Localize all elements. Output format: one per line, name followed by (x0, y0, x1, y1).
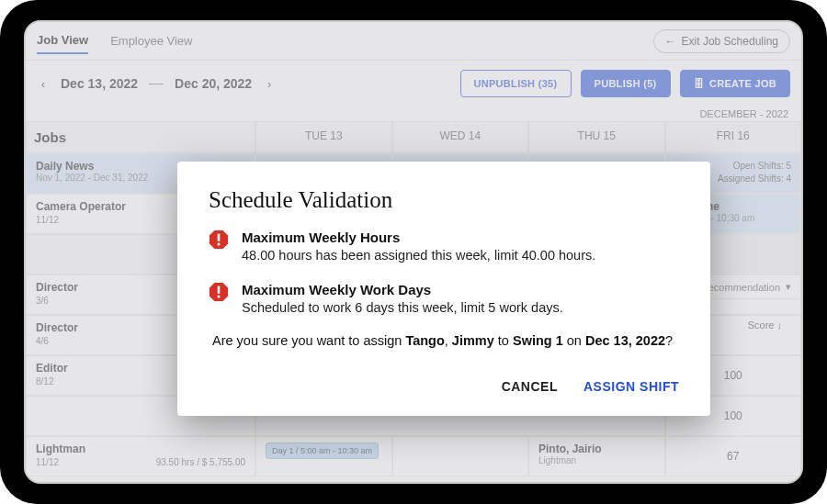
t: , (445, 333, 452, 348)
t: to (494, 333, 513, 348)
validation-body: Scheduled to work 6 days this week, limi… (242, 299, 563, 318)
stop-icon (209, 230, 229, 265)
svg-rect-5 (218, 295, 221, 297)
schedule-validation-modal: Schedule Validation Maximum Weekly Hours… (177, 162, 710, 416)
t: Are you sure you want to assign (212, 333, 405, 348)
validation-title: Maximum Weekly Hours (242, 230, 595, 245)
t: Jimmy (452, 333, 494, 348)
svg-rect-4 (218, 286, 221, 293)
stop-icon (209, 282, 229, 318)
svg-rect-2 (218, 243, 221, 246)
t: Tango (405, 333, 444, 348)
validation-item-hours: Maximum Weekly Hours 48.00 hours has bee… (209, 230, 679, 265)
t: Swing 1 (513, 333, 563, 348)
tablet-frame: Job View Employee View ← Exit Job Schedu… (0, 0, 827, 504)
modal-title: Schedule Validation (209, 187, 679, 213)
t: ? (665, 333, 673, 348)
svg-rect-1 (218, 234, 221, 241)
validation-body: 48.00 hours has been assigned this week,… (242, 247, 595, 265)
modal-actions: CANCEL ASSIGN SHIFT (209, 379, 679, 394)
t: Dec 13, 2022 (585, 333, 665, 348)
assign-shift-button[interactable]: ASSIGN SHIFT (583, 379, 679, 394)
validation-item-days: Maximum Weekly Work Days Scheduled to wo… (209, 282, 679, 318)
cancel-button[interactable]: CANCEL (502, 379, 558, 394)
tablet-screen: Job View Employee View ← Exit Job Schedu… (24, 20, 803, 484)
validation-title: Maximum Weekly Work Days (242, 282, 563, 297)
confirm-text: Are you sure you want to assign Tango, J… (212, 333, 679, 348)
t: on (563, 333, 585, 348)
